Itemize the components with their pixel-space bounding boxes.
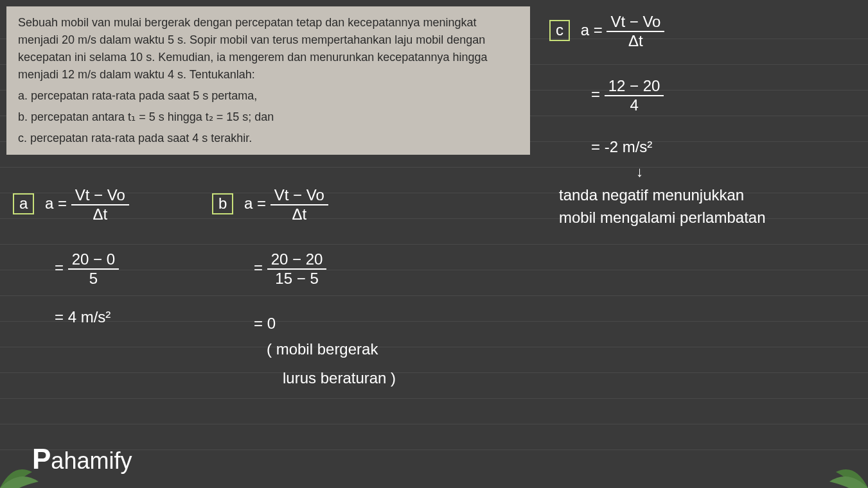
question-c: c. percepatan rata-rata pada saat 4 s te… bbox=[18, 130, 518, 147]
b-step2-num: 20 − 20 bbox=[267, 250, 327, 270]
formula-den-b: Δt bbox=[270, 205, 328, 223]
b-step2-frac: 20 − 20 15 − 5 bbox=[267, 250, 327, 288]
problem-intro: Sebuah mobil van mulai bergerak dengan p… bbox=[18, 14, 518, 83]
solution-b-note1: ( mobil bergerak bbox=[267, 340, 378, 358]
solution-c-result: = -2 m/s² bbox=[591, 138, 652, 156]
b-step2-den: 15 − 5 bbox=[267, 270, 327, 288]
solution-a-block: a a = Vt − Vo Δt bbox=[13, 186, 129, 223]
formula-num-b: Vt − Vo bbox=[270, 186, 328, 205]
brand-text: ahamify bbox=[51, 448, 132, 474]
eq-sign: = bbox=[591, 85, 600, 103]
leaf-decoration-right-icon bbox=[817, 449, 868, 488]
label-a: a bbox=[13, 193, 34, 214]
a-step2-den: 5 bbox=[68, 270, 119, 288]
eq-sign-a: = bbox=[55, 259, 64, 276]
solution-b-result: = 0 bbox=[254, 315, 276, 333]
solution-b-block: b a = Vt − Vo Δt bbox=[212, 186, 328, 223]
solution-b-note2: lurus beraturan ) bbox=[283, 369, 396, 387]
c-step2-den: 4 bbox=[605, 96, 664, 114]
solution-c-note2: mobil mengalami perlambatan bbox=[559, 209, 766, 227]
formula-frac-a: Vt − Vo Δt bbox=[71, 186, 129, 223]
c-step2-frac: 12 − 20 4 bbox=[605, 77, 664, 114]
problem-text: Sebuah mobil van mulai bergerak dengan p… bbox=[6, 6, 530, 155]
label-c: c bbox=[549, 20, 570, 41]
solution-c-step2: = 12 − 20 4 bbox=[591, 77, 664, 114]
arrow-down-icon: ↓ bbox=[636, 164, 643, 180]
formula-den: Δt bbox=[607, 32, 664, 50]
c-step2-num: 12 − 20 bbox=[605, 77, 664, 96]
label-b: b bbox=[212, 193, 233, 214]
leaf-decoration-left-icon bbox=[0, 449, 51, 488]
solution-c-block: c a = Vt − Vo Δt bbox=[549, 13, 664, 50]
formula-num: Vt − Vo bbox=[607, 13, 664, 32]
eq-sign-b: = bbox=[254, 259, 263, 276]
formula-lhs-a: a = bbox=[45, 195, 67, 212]
formula-frac-b: Vt − Vo Δt bbox=[270, 186, 328, 223]
a-step2-num: 20 − 0 bbox=[68, 250, 119, 270]
a-step2-frac: 20 − 0 5 bbox=[68, 250, 119, 288]
question-b: b. percepatan antara t₁ = 5 s hingga t₂ … bbox=[18, 109, 518, 126]
formula-frac: Vt − Vo Δt bbox=[607, 13, 664, 50]
question-a: a. percepatan rata-rata pada saat 5 s pe… bbox=[18, 87, 518, 105]
formula-lhs: a = bbox=[581, 21, 603, 39]
formula-lhs-b: a = bbox=[244, 195, 266, 212]
solution-a-step2: = 20 − 0 5 bbox=[55, 250, 119, 288]
formula-num-a: Vt − Vo bbox=[71, 186, 129, 205]
solution-a-result: = 4 m/s² bbox=[55, 308, 111, 326]
formula-den-a: Δt bbox=[71, 205, 129, 223]
solution-b-step2: = 20 − 20 15 − 5 bbox=[254, 250, 326, 288]
solution-c-note1: tanda negatif menunjukkan bbox=[559, 186, 744, 204]
